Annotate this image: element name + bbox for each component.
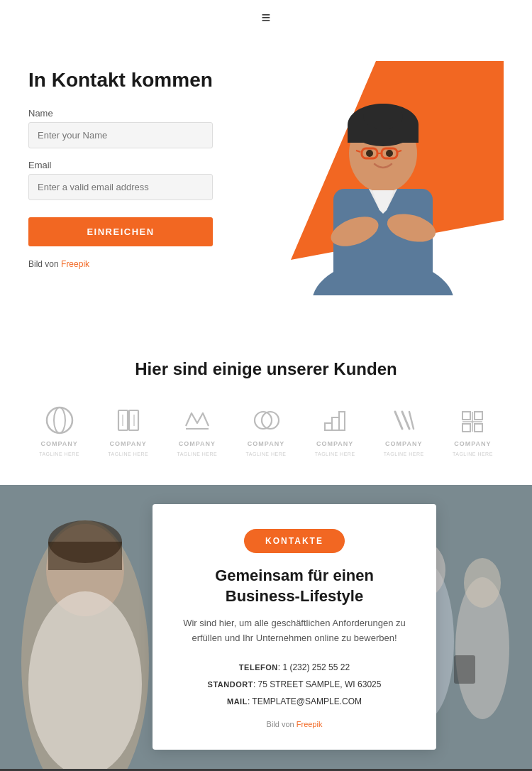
- name-form-group: Name: [28, 108, 248, 148]
- header: ≡: [0, 0, 532, 33]
- logo-tagline-5: TAGLINE HERE: [315, 452, 355, 456]
- svg-rect-27: [325, 423, 332, 430]
- logo-icon-3: [179, 404, 215, 436]
- svg-point-15: [366, 150, 373, 157]
- cta-credit: Bild von Freepik: [181, 720, 408, 728]
- svg-point-42: [28, 591, 142, 769]
- svg-rect-36: [475, 424, 482, 432]
- cta-title: Gemeinsam für einen Business-Lifestyle: [181, 566, 408, 606]
- client-logo-5: COMPANY TAGLINE HERE: [304, 404, 366, 456]
- phone-row: TELEFON: 1 (232) 252 55 22: [181, 659, 408, 676]
- hero-credit: Bild von Freepik: [28, 259, 248, 269]
- email-form-group: Email: [28, 160, 248, 200]
- svg-rect-34: [475, 412, 482, 420]
- credit-prefix: Bild von: [28, 259, 59, 269]
- credit-link[interactable]: Freepik: [61, 259, 89, 269]
- email-label: Email: [28, 160, 248, 170]
- logo-tagline-3: TAGLINE HERE: [177, 452, 217, 456]
- svg-rect-35: [462, 424, 470, 432]
- svg-point-19: [54, 408, 65, 433]
- client-logo-1: COMPANY TAGLINE HERE: [28, 404, 90, 456]
- email-contact-value: TEMPLATE@SAMPLE.COM: [252, 696, 362, 706]
- logo-name-5: COMPANY: [316, 440, 353, 447]
- client-logo-7: COMPANY TAGLINE HERE: [442, 404, 504, 456]
- phone-label: TELEFON: [239, 663, 278, 672]
- contact-info: TELEFON: 1 (232) 252 55 22 STANDORT: 75 …: [181, 659, 408, 710]
- logo-tagline-4: TAGLINE HERE: [246, 452, 287, 456]
- cta-section: KONTAKTE Gemeinsam für einen Business-Li…: [0, 485, 532, 769]
- hero-section: In Kontakt kommen Name Email EINREICHEN …: [0, 33, 532, 324]
- svg-rect-44: [48, 542, 122, 570]
- client-logo-3: COMPANY TAGLINE HERE: [166, 404, 228, 456]
- hero-person-image: [262, 68, 504, 295]
- logo-name-7: COMPANY: [454, 440, 491, 447]
- logo-name-6: COMPANY: [385, 440, 422, 447]
- name-input[interactable]: [28, 122, 213, 148]
- svg-point-16: [386, 150, 393, 157]
- logo-name-3: COMPANY: [179, 440, 216, 447]
- cta-card: KONTAKTE Gemeinsam für einen Business-Li…: [153, 504, 436, 750]
- logo-icon-1: [42, 404, 77, 436]
- address-label: STANDORT: [208, 680, 253, 689]
- logo-icon-7: [455, 404, 490, 436]
- clients-section: Hier sind einige unserer Kunden COMPANY …: [0, 324, 532, 485]
- email-input[interactable]: [28, 174, 213, 200]
- svg-rect-33: [462, 412, 470, 420]
- logo-name-1: COMPANY: [40, 440, 77, 447]
- cta-credit-prefix: Bild von: [267, 720, 294, 728]
- clients-logos-row: COMPANY TAGLINE HERE COMPANY TAGLINE HER…: [28, 404, 504, 456]
- client-logo-4: COMPANY TAGLINE HERE: [235, 404, 297, 456]
- svg-point-9: [363, 104, 403, 129]
- logo-tagline-1: TAGLINE HERE: [39, 452, 79, 456]
- svg-line-32: [409, 412, 414, 429]
- email-contact-label: MAIL: [227, 697, 248, 706]
- svg-point-51: [464, 558, 501, 608]
- svg-line-30: [395, 412, 402, 429]
- logo-tagline-7: TAGLINE HERE: [453, 452, 493, 456]
- svg-line-31: [402, 412, 409, 429]
- logo-icon-2: [111, 404, 146, 436]
- hero-image-area: [248, 61, 504, 302]
- logo-tagline-2: TAGLINE HERE: [108, 452, 148, 456]
- svg-rect-29: [339, 412, 345, 430]
- logo-name-4: COMPANY: [248, 440, 284, 447]
- svg-rect-28: [332, 417, 339, 430]
- client-logo-2: COMPANY TAGLINE HERE: [97, 404, 159, 456]
- phone-value: 1 (232) 252 55 22: [282, 662, 350, 672]
- address-row: STANDORT: 75 STREET SAMPLE, WI 63025: [181, 676, 408, 693]
- logo-name-2: COMPANY: [110, 440, 147, 447]
- client-logo-6: COMPANY TAGLINE HERE: [373, 404, 435, 456]
- hamburger-icon[interactable]: ≡: [262, 10, 271, 26]
- submit-button[interactable]: EINREICHEN: [28, 217, 213, 246]
- name-label: Name: [28, 108, 248, 119]
- address-value: 75 STREET SAMPLE, WI 63025: [258, 679, 382, 689]
- clients-title: Hier sind einige unserer Kunden: [28, 359, 504, 379]
- email-row: MAIL: TEMPLATE@SAMPLE.COM: [181, 693, 408, 710]
- svg-point-18: [47, 408, 72, 433]
- cta-credit-link[interactable]: Freepik: [297, 720, 323, 728]
- svg-rect-52: [454, 655, 475, 684]
- cta-description: Wir sind hier, um alle geschäftlichen An…: [181, 616, 408, 646]
- logo-icon-6: [386, 404, 421, 436]
- person-svg: [270, 75, 497, 295]
- logo-icon-5: [317, 404, 353, 436]
- hero-title: In Kontakt kommen: [28, 68, 248, 92]
- logo-icon-4: [248, 404, 284, 436]
- logo-tagline-6: TAGLINE HERE: [384, 452, 424, 456]
- kontakte-button[interactable]: KONTAKTE: [244, 529, 345, 553]
- hero-form-area: In Kontakt kommen Name Email EINREICHEN …: [28, 61, 248, 269]
